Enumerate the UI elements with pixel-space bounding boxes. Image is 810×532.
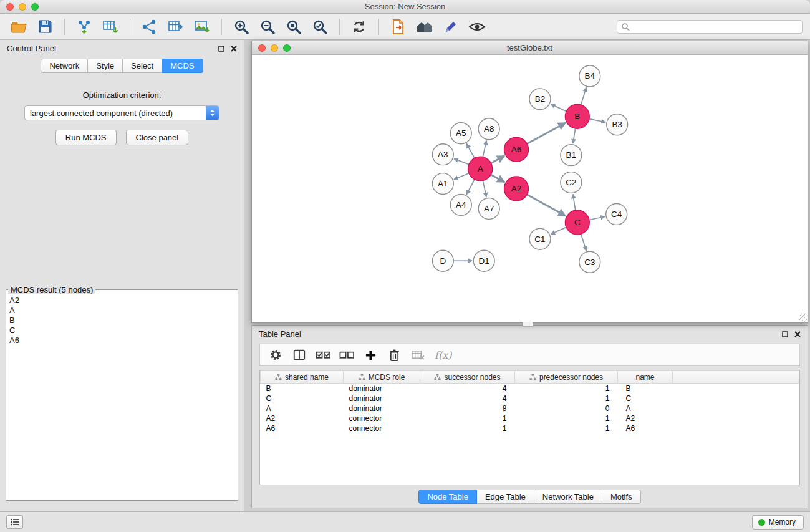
graph-node-C4[interactable]: C4 — [606, 203, 627, 225]
zoom-window-button[interactable] — [31, 3, 39, 11]
graph-node-A5[interactable]: A5 — [450, 123, 471, 144]
graph-node-B4[interactable]: B4 — [579, 65, 600, 87]
close-window-button[interactable] — [6, 3, 14, 11]
minimize-window-button[interactable] — [19, 3, 26, 11]
result-item[interactable]: A2 — [9, 296, 234, 306]
annotations-button[interactable] — [440, 17, 462, 37]
graph-node-A6[interactable]: A6 — [504, 137, 529, 162]
tab-select[interactable]: Select — [123, 59, 162, 73]
zoom-fit-button[interactable] — [282, 17, 305, 37]
network-close-button[interactable] — [258, 44, 266, 52]
table-row[interactable]: Bdominator41B — [261, 384, 799, 394]
graph-node-C[interactable]: C — [565, 210, 589, 235]
column-header-name[interactable]: name — [618, 371, 673, 384]
import-table-from-file-button[interactable] — [99, 17, 122, 37]
graph-node-C1[interactable]: C1 — [529, 228, 551, 249]
export-document-button[interactable] — [387, 17, 410, 37]
refresh-layout-button[interactable] — [348, 17, 370, 37]
show-hide-button[interactable] — [466, 17, 488, 37]
graph-node-B1[interactable]: B1 — [561, 145, 582, 166]
result-item[interactable]: A6 — [9, 336, 234, 346]
column-header-mcds-role[interactable]: MCDS role — [344, 371, 420, 384]
table-row[interactable]: Cdominator41C — [261, 394, 799, 404]
function-builder-button[interactable]: f(x) — [432, 349, 451, 361]
graph-edge-A-A4[interactable] — [466, 180, 475, 195]
tab-mcds[interactable]: MCDS — [162, 59, 203, 73]
network-graph[interactable]: B4B2BB3A8A5A6A3B1AC2A1A2A4A7C4CC1DD1C3 — [252, 55, 808, 322]
new-network-button[interactable] — [138, 17, 161, 37]
float-panel-icon[interactable] — [782, 331, 788, 337]
tab-style[interactable]: Style — [88, 59, 123, 73]
tab-node-table[interactable]: Node Table — [418, 490, 477, 504]
graph-edge-A6-B[interactable] — [527, 123, 566, 143]
search-input[interactable] — [633, 22, 798, 31]
graph-edge-A-A5[interactable] — [466, 143, 475, 158]
graph-edge-C-C1[interactable] — [551, 227, 566, 234]
table-row[interactable]: A2connector11A2 — [261, 414, 799, 423]
table-settings-button[interactable] — [266, 346, 285, 364]
task-history-button[interactable] — [6, 515, 23, 529]
open-session-button[interactable] — [7, 17, 30, 37]
graph-node-A3[interactable]: A3 — [432, 144, 453, 165]
import-network-from-file-button[interactable] — [73, 17, 95, 37]
show-columns-button[interactable] — [290, 346, 309, 364]
result-item[interactable]: B — [9, 316, 234, 326]
column-header-predecessor-nodes[interactable]: predecessor nodes — [515, 371, 618, 384]
graph-node-C2[interactable]: C2 — [561, 172, 582, 193]
network-zoom-button[interactable] — [283, 44, 291, 52]
zoom-in-button[interactable] — [230, 17, 253, 37]
close-panel-icon[interactable] — [231, 46, 237, 52]
graph-node-C3[interactable]: C3 — [579, 251, 600, 273]
export-image-button[interactable] — [191, 17, 213, 37]
network-minimize-button[interactable] — [271, 44, 278, 52]
graph-edge-A-A6[interactable] — [491, 156, 504, 163]
zoom-out-button[interactable] — [256, 17, 279, 37]
graph-edge-B-B1[interactable] — [573, 128, 576, 143]
graph-node-A[interactable]: A — [468, 157, 493, 181]
close-panel-button[interactable]: Close panel — [126, 130, 189, 145]
search-box[interactable] — [617, 20, 803, 34]
window-resize-handle[interactable] — [799, 314, 807, 322]
graph-edge-B-B3[interactable] — [589, 119, 605, 122]
graph-node-D1[interactable]: D1 — [473, 250, 494, 271]
network-canvas[interactable]: B4B2BB3A8A5A6A3B1AC2A1A2A4A7C4CC1DD1C3 — [252, 55, 808, 322]
column-header-shared-name[interactable]: shared name — [261, 371, 344, 384]
close-panel-icon[interactable] — [794, 331, 801, 337]
graph-node-B[interactable]: B — [565, 104, 589, 128]
tab-motifs[interactable]: Motifs — [602, 490, 641, 504]
graph-edge-A-A1[interactable] — [454, 173, 469, 180]
result-item[interactable]: C — [9, 326, 234, 336]
graph-node-A4[interactable]: A4 — [450, 194, 471, 215]
graph-node-A7[interactable]: A7 — [478, 198, 499, 219]
graph-edge-B-B2[interactable] — [551, 104, 566, 112]
panel-splitter[interactable] — [523, 322, 533, 327]
zoom-selected-button[interactable] — [309, 17, 331, 37]
graph-edge-A-A7[interactable] — [483, 181, 486, 197]
graph-edge-A-A8[interactable] — [483, 140, 486, 157]
table-row[interactable]: Adominator80A — [261, 404, 799, 414]
home-button[interactable] — [413, 17, 436, 37]
tab-edge-table[interactable]: Edge Table — [477, 490, 534, 504]
delete-table-button[interactable] — [408, 346, 427, 364]
result-item[interactable]: A — [9, 306, 234, 316]
graph-node-B2[interactable]: B2 — [529, 89, 551, 110]
tab-network[interactable]: Network — [41, 59, 88, 73]
graph-node-A8[interactable]: A8 — [478, 118, 499, 140]
run-mcds-button[interactable]: Run MCDS — [55, 130, 117, 145]
export-table-button[interactable] — [165, 17, 187, 37]
graph-edge-B-B4[interactable] — [581, 87, 587, 105]
delete-row-button[interactable] — [385, 346, 403, 364]
criterion-dropdown[interactable]: largest connected component (directed) — [24, 105, 219, 120]
float-panel-icon[interactable] — [218, 46, 224, 52]
save-session-button[interactable] — [34, 17, 56, 37]
graph-edge-C-C4[interactable] — [589, 216, 605, 220]
column-header-successor-nodes[interactable]: successor nodes — [420, 371, 515, 384]
add-row-button[interactable] — [361, 346, 380, 364]
graph-edge-A2-C[interactable] — [527, 195, 566, 216]
deselect-all-button[interactable] — [337, 346, 356, 364]
graph-node-A2[interactable]: A2 — [504, 177, 529, 201]
select-all-button[interactable] — [314, 346, 332, 364]
graph-edge-A-A3[interactable] — [454, 158, 469, 164]
graph-node-A1[interactable]: A1 — [432, 173, 453, 195]
table-row[interactable]: A6connector11A6 — [261, 423, 799, 433]
